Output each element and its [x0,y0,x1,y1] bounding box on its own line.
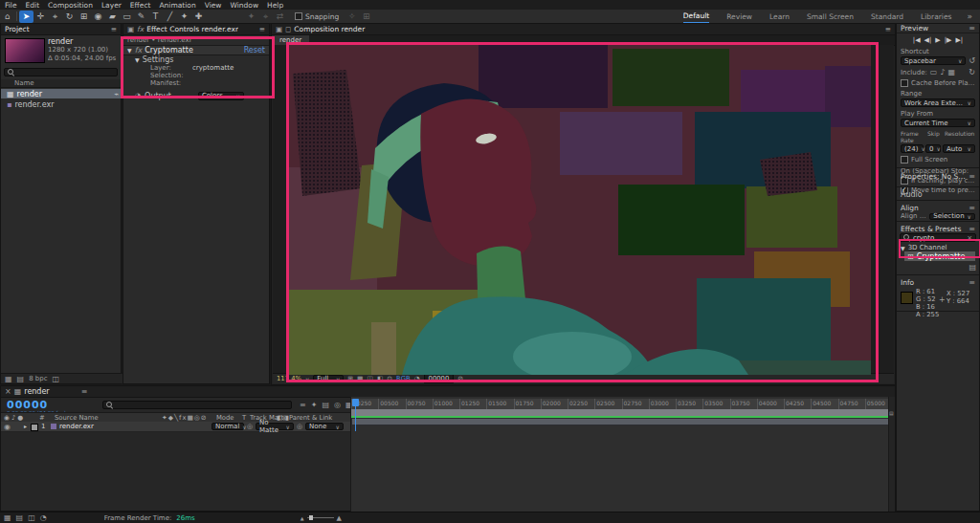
transparency-grid-icon[interactable]: ◧ [377,375,383,382]
hand-tool-icon[interactable]: ✛ [33,11,48,23]
close-icon[interactable]: × [5,387,11,396]
zoom-in-mountain-icon[interactable]: ▲ [337,514,342,522]
panel-menu-icon[interactable]: ≡ [81,387,88,396]
play-button[interactable]: ▶ [935,36,940,44]
new-composition-icon[interactable]: ▤ [17,375,25,383]
reset-link[interactable]: Reset [244,46,265,54]
timeline-tab[interactable]: render [24,387,49,396]
orbit-tool-icon[interactable]: ↻ [62,11,77,23]
new-folder-icon[interactable]: ▦ [5,375,12,383]
previous-frame-button[interactable]: ◀| [924,36,932,44]
pan-behind-tool-icon[interactable]: ▰ [105,11,120,23]
include-audio-icon[interactable]: ♪ [940,68,945,76]
zoom-tool-icon[interactable]: ⌖ [48,11,62,23]
audio-header[interactable]: Audio [901,190,923,199]
comp-marker-icon[interactable]: ▤ [889,410,894,416]
viewer-tab-render[interactable]: render [272,35,309,45]
settings-group-label[interactable]: Settings [143,55,174,64]
preserve-transparency-column[interactable]: T [242,414,246,422]
panel-menu-icon[interactable]: ≡ [969,278,975,287]
local-axis-icon[interactable]: ✦ [244,11,258,23]
label-color-chip[interactable] [31,424,38,431]
menu-item[interactable]: Layer [101,1,122,10]
loop-icon[interactable]: ↻ [969,68,975,76]
parent-dropdown[interactable]: None∨ [305,423,344,430]
reset-exposure-icon[interactable]: ◔ [414,375,420,382]
last-frame-button[interactable]: ▶| [955,36,963,44]
panel-corner-icon[interactable]: ▤ [969,263,976,272]
camera-tool-icon[interactable]: ◉ [91,11,105,23]
skip-dropdown[interactable]: 0∨ [925,144,941,153]
zoom-out-mountain-icon[interactable]: ▲ [301,515,304,521]
workspace-tab[interactable]: Small Screen [807,11,854,23]
workspace-tab[interactable]: Libraries [921,11,951,23]
shortcut-dropdown[interactable]: Spacebar ∨ [901,56,966,65]
effects-group-3d-channel[interactable]: 3D Channel [908,244,947,251]
effect-name[interactable]: Cryptomatte [145,46,193,54]
layer-name[interactable]: render.exr [59,423,94,430]
name-column-header[interactable]: Name [1,79,121,88]
workspace-overflow-icon[interactable]: » [967,11,972,21]
panel-menu-icon[interactable]: ≡ [969,172,975,181]
effects-presets-header[interactable]: Effects & Presets [901,225,961,233]
delete-icon[interactable]: ◫ [53,375,60,383]
motion-blur-icon[interactable]: ◎ [334,401,341,409]
menu-item[interactable]: Edit [26,1,40,10]
flowchart-icon[interactable]: ▤ [16,513,24,522]
project-row-render[interactable]: ▦ render ⌁ [1,89,121,98]
reset-icon[interactable]: ↺ [969,56,975,65]
menu-item[interactable]: Animation [159,1,195,10]
selection-tool-icon[interactable]: ➤ [19,11,33,23]
parent-pickwhip-icon[interactable]: ◎ [297,423,302,430]
pen-tool-icon[interactable]: ✎ [134,11,148,23]
composition-mini-flowchart-icon[interactable]: ≡ [300,401,306,409]
resolution-dropdown[interactable]: Full ∨ [313,375,344,382]
fast-previews-icon[interactable]: ⊘ [457,375,463,382]
puppet-tool-icon[interactable]: ✚ [191,11,206,23]
workspace-tab[interactable]: Review [726,11,752,23]
stopwatch-icon[interactable]: ◔ [135,92,141,99]
view-axis-icon[interactable]: ⇄ [273,11,287,23]
panel-menu-icon[interactable]: ≡ [885,25,891,33]
audio-meter-icon[interactable]: ◫ [28,513,35,522]
magnification-value[interactable]: 117.4% [277,375,301,382]
panel-menu-icon[interactable]: ≡ [969,24,975,33]
clear-search-icon[interactable]: × [967,234,972,242]
workspace-tab[interactable]: Default [683,10,709,23]
preview-status-icon[interactable]: ◔ [40,513,47,522]
grid-guides-icon[interactable]: ⊞ [347,375,353,382]
panel-menu-icon[interactable]: ≡ [969,204,975,212]
project-bit-depth[interactable]: 8 bpc [29,375,47,382]
menu-item[interactable]: File [5,1,17,10]
project-search-input[interactable] [17,69,114,76]
snap-options-icon[interactable]: ✧ [345,11,359,23]
zoom-slider-track[interactable] [307,517,334,518]
track-matte-dropdown[interactable]: No Matte∨ [256,423,294,430]
align-layers-to-dropdown[interactable]: Selection∨ [929,213,975,220]
next-frame-button[interactable]: |▶ [945,36,952,44]
menu-item[interactable]: Help [267,1,283,10]
snapping-checkbox[interactable] [295,12,302,20]
blend-mode-dropdown[interactable]: Normal∨ [212,423,244,430]
cache-before-playback-checkbox[interactable] [901,79,908,87]
project-row-render-exr[interactable]: ▪ render.exr [1,99,121,109]
info-header[interactable]: Info [901,278,914,287]
flowchart-icon[interactable]: ⌁ [114,90,119,98]
layer-number-column[interactable]: # [39,414,45,422]
menu-item[interactable]: Composition [48,1,93,10]
grid-options-icon[interactable]: ⊞ [359,11,373,23]
align-header[interactable]: Align [901,204,919,212]
timeline-search-input[interactable] [116,402,288,409]
track-matte-pick-icon[interactable]: ◎ [247,423,253,430]
composition-tab[interactable]: Composition render [294,25,365,33]
workspace-tab[interactable]: Learn [769,11,790,23]
range-dropdown[interactable]: Work Area Extended By Current... ∨ [901,98,975,107]
twirl-down-icon[interactable]: ▼ [135,56,140,63]
first-frame-button[interactable]: |◀ [913,36,921,44]
properties-header[interactable]: Properties: No Selection [901,172,969,181]
play-from-dropdown[interactable]: Current Time ∨ [901,119,975,127]
region-of-interest-icon[interactable]: ◫ [367,375,372,382]
layer-visibility-eye-icon[interactable]: ◉ [4,423,11,431]
layer-duration-bar[interactable] [351,418,892,425]
shy-icon[interactable]: ✦ [311,401,318,409]
